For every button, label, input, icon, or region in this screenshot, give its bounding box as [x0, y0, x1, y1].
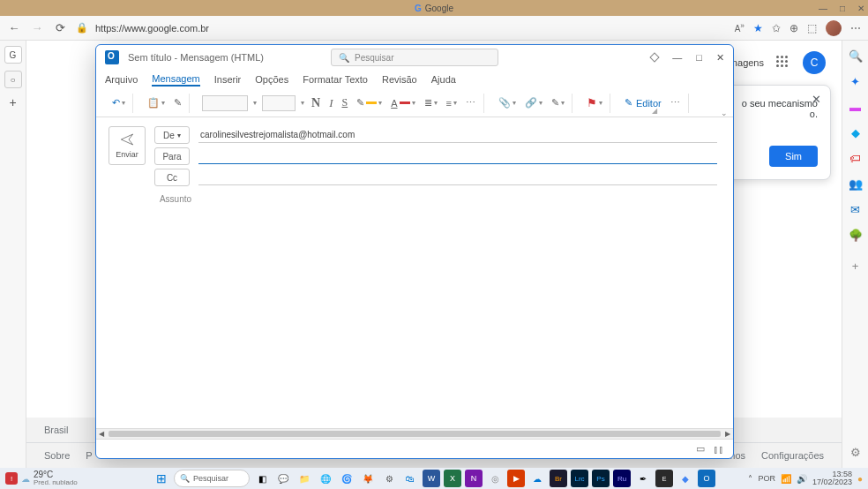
menu-formatar[interactable]: Formatar Texto [303, 74, 368, 85]
taskbar-epic-icon[interactable]: E [655, 470, 673, 487]
footer-settings-link[interactable]: Configurações [761, 450, 824, 461]
tray-wifi-icon[interactable]: 📶 [781, 474, 791, 484]
menu-inserir[interactable]: Inserir [214, 74, 242, 85]
scroll-right-arrow[interactable]: ▶ [722, 430, 733, 438]
browser-menu-button[interactable]: ⋯ [850, 22, 861, 34]
footer-link-2[interactable]: P [86, 450, 92, 461]
taskbar-photoshop-icon[interactable]: Ps [592, 470, 610, 487]
status-icon-2[interactable]: ⫿⫿ [714, 444, 724, 455]
taskbar-app-icon-5[interactable]: ◆ [677, 470, 694, 487]
to-button[interactable]: Para [154, 147, 190, 165]
scrollbar-thumb[interactable] [108, 431, 721, 437]
from-field[interactable] [198, 127, 717, 143]
taskbar-app-icon-1[interactable]: ◎ [486, 470, 504, 487]
font-size-select[interactable] [262, 95, 296, 111]
font-name-select[interactable] [202, 95, 248, 111]
outlook-maximize-button[interactable]: □ [696, 52, 702, 63]
coming-soon-icon[interactable] [650, 52, 660, 62]
start-button[interactable]: ⊞ [153, 470, 170, 487]
paste-button[interactable]: 📋▾ [146, 95, 167, 110]
side-search-icon[interactable]: 🔍 [849, 49, 863, 63]
send-button[interactable]: Enviar [108, 126, 146, 165]
taskbar-store-icon[interactable]: 🛍 [401, 470, 419, 487]
window-maximize-button[interactable]: □ [840, 4, 845, 13]
google-account-avatar[interactable]: C [803, 51, 826, 74]
tray-volume-icon[interactable]: 🔊 [797, 474, 807, 484]
attach-button[interactable]: 📎▾ [497, 95, 518, 110]
taskbar-clock[interactable]: 13:58 17/02/2023 [812, 470, 852, 486]
taskbar-app-icon-4[interactable]: ✒ [634, 470, 652, 487]
flag-button[interactable]: ⚑▾ [585, 94, 604, 111]
popup-close-button[interactable]: ✕ [812, 93, 821, 106]
collections-icon[interactable]: ⊕ [789, 22, 798, 34]
subject-field[interactable] [206, 192, 717, 207]
favorite-icon[interactable]: ★ [753, 22, 763, 34]
taskbar-firefox-icon[interactable]: 🦊 [359, 470, 377, 487]
outlook-close-button[interactable]: ✕ [716, 52, 724, 64]
taskbar-weather[interactable]: ! ☁ 29°C Pred. nublado [5, 470, 78, 486]
side-icon-7[interactable]: 🌳 [849, 229, 863, 242]
to-field[interactable] [198, 148, 717, 164]
read-aloud-icon[interactable]: A» [735, 21, 745, 34]
taskbar-edge-icon[interactable]: 🌀 [338, 470, 355, 487]
taskbar-explorer-icon[interactable]: 📁 [296, 470, 313, 487]
side-icon-4[interactable]: 🏷 [849, 152, 861, 165]
menu-opcoes[interactable]: Opções [255, 74, 288, 85]
taskbar-app-icon-3[interactable]: ☁ [528, 470, 546, 487]
font-color-button[interactable]: A▾ [389, 96, 416, 110]
google-apps-icon[interactable] [776, 56, 790, 70]
more-formatting-button[interactable]: ⋯ [464, 95, 478, 110]
ribbon-dialog-launcher-icon[interactable]: ◢ [652, 107, 657, 115]
taskbar-word-icon[interactable]: W [423, 470, 440, 487]
scroll-left-arrow[interactable]: ◀ [96, 430, 107, 438]
nav-back-button[interactable]: ← [7, 21, 21, 34]
tray-chevron-icon[interactable]: ˄ [748, 474, 752, 484]
task-view-button[interactable]: ◧ [253, 470, 271, 487]
side-icon-3[interactable]: ◆ [851, 126, 860, 139]
extensions-icon[interactable]: ⬚ [807, 22, 817, 34]
link-button[interactable]: 🔗▾ [523, 95, 544, 110]
footer-about-link[interactable]: Sobre [44, 450, 70, 461]
taskbar-chat-icon[interactable]: 💬 [274, 470, 292, 487]
menu-arquivo[interactable]: Arquivo [105, 74, 138, 85]
cc-field[interactable] [198, 169, 717, 185]
underline-button[interactable]: S [340, 94, 349, 111]
side-icon-6[interactable]: ✉ [850, 203, 860, 216]
window-close-button[interactable]: ✕ [857, 4, 864, 13]
numbering-button[interactable]: ≡▾ [445, 96, 459, 110]
taskbar-chrome-icon[interactable]: 🌐 [317, 470, 334, 487]
horizontal-scrollbar[interactable]: ◀ ▶ [96, 428, 733, 439]
taskbar-app-icon-2[interactable]: ▶ [507, 470, 525, 487]
favorites-bar-icon[interactable]: ✩ [772, 22, 781, 34]
taskbar-rush-icon[interactable]: Ru [613, 470, 631, 487]
ribbon-overflow-button[interactable]: ⋯ [669, 95, 683, 110]
taskbar-excel-icon[interactable]: X [444, 470, 461, 487]
active-tab[interactable]: G [4, 46, 22, 64]
side-icon-2[interactable]: ▬ [849, 101, 861, 114]
nav-forward-button[interactable]: → [30, 21, 44, 34]
menu-revisao[interactable]: Revisão [382, 74, 417, 85]
taskbar-bridge-icon[interactable]: Br [550, 470, 567, 487]
menu-ajuda[interactable]: Ajuda [431, 74, 456, 85]
highlight-button[interactable]: ✎▾ [355, 95, 384, 110]
side-settings-icon[interactable]: ⚙ [850, 446, 861, 459]
popup-confirm-button[interactable]: Sim [769, 146, 818, 167]
nav-reload-button[interactable]: ⟳ [53, 21, 67, 34]
side-add-icon[interactable]: + [852, 260, 859, 273]
side-icon-1[interactable]: ✦ [850, 75, 860, 88]
outlook-search-field[interactable]: 🔍 Pesquisar [331, 49, 498, 66]
ribbon-expand-button[interactable]: ⌄ [721, 109, 728, 117]
tray-language-icon[interactable]: POR [758, 474, 775, 483]
taskbar-search[interactable]: 🔍 Pesquisar [174, 470, 250, 487]
side-icon-5[interactable]: 👥 [849, 177, 863, 191]
cc-button[interactable]: Cc [154, 169, 190, 186]
taskbar-outlook-icon[interactable]: O [698, 470, 715, 487]
bullets-button[interactable]: ≣▾ [423, 95, 439, 110]
tab-2[interactable]: ○ [4, 71, 22, 88]
url-field[interactable]: 🔒 https://www.google.com.br [76, 22, 726, 34]
outlook-minimize-button[interactable]: — [672, 52, 682, 63]
notification-center-icon[interactable]: ● [857, 474, 863, 484]
taskbar-settings-icon[interactable]: ⚙ [380, 470, 398, 487]
format-painter-button[interactable]: ✎ [172, 95, 183, 110]
taskbar-lightroom-icon[interactable]: Lrc [571, 470, 588, 487]
